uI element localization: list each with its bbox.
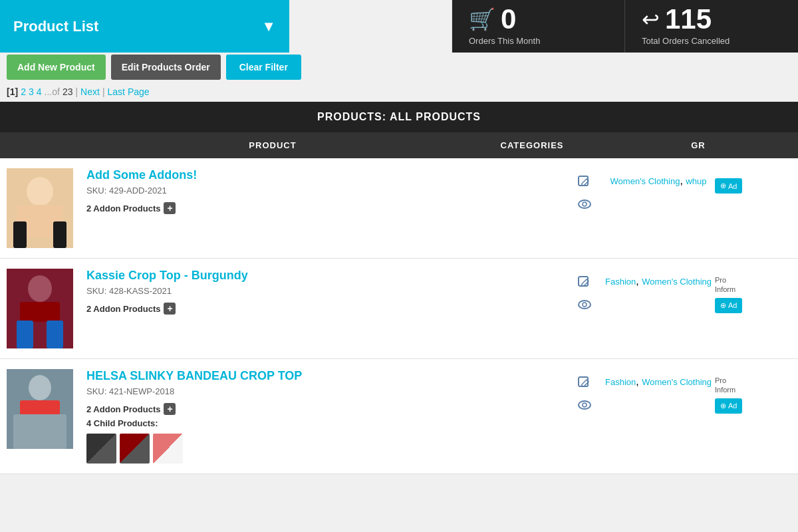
svg-point-1 (27, 177, 53, 206)
table-header: PRODUCT CATEGORIES GR (0, 132, 798, 158)
edit-icon[interactable] (577, 275, 592, 292)
cancel-icon: ↩ (642, 7, 660, 32)
product-list-header: Product List ▼ (0, 0, 289, 53)
svg-point-14 (579, 301, 591, 309)
product-list-title: Product List (13, 18, 98, 35)
addon-icon[interactable]: + (164, 202, 176, 214)
product-name[interactable]: Add Some Addons! (86, 168, 577, 182)
product-gr: ProInform ⊕ Ad (712, 369, 791, 414)
svg-rect-3 (13, 221, 27, 248)
product-image (7, 369, 73, 449)
col-categories-header: CATEGORIES (466, 140, 598, 150)
svg-point-21 (579, 401, 591, 409)
total-orders-cancelled-number: 115 (665, 5, 712, 33)
product-sku: SKU: 428-KASS-2021 (86, 286, 577, 296)
pagination-next[interactable]: Next (80, 86, 100, 97)
stats-area: 🛒 0 Orders This Month ↩ 115 Total Orders… (452, 0, 798, 53)
svg-point-22 (583, 403, 587, 407)
pagination-last[interactable]: Last Page (108, 86, 150, 97)
page-link-4[interactable]: 4 (37, 86, 42, 97)
svg-rect-4 (53, 221, 66, 248)
view-icon[interactable] (577, 398, 592, 414)
svg-rect-18 (20, 400, 60, 415)
pro-info-text: ProInform (715, 275, 735, 295)
cat-sep: , (680, 175, 686, 186)
view-icon[interactable] (577, 297, 592, 314)
total-orders-cancelled-card: ↩ 115 Total Orders Cancelled (625, 0, 798, 53)
category-link[interactable]: Fashion (605, 277, 636, 287)
table-row: Kassie Crop Top - Burgundy SKU: 428-KASS… (0, 259, 798, 359)
category-link[interactable]: Women's Clothing (610, 176, 680, 186)
edit-icon[interactable] (577, 376, 592, 392)
add-button[interactable]: ⊕ Ad (715, 178, 742, 194)
child-thumbnails (86, 434, 577, 464)
svg-rect-5 (579, 176, 588, 186)
product-info: HELSA SLINKY BANDEAU CROP TOP SKU: 421-N… (86, 369, 577, 464)
add-button[interactable]: ⊕ Ad (715, 398, 742, 414)
product-sku: SKU: 429-ADD-2021 (86, 186, 577, 196)
col-gr-header: GR (598, 140, 798, 150)
product-actions (577, 369, 592, 414)
product-actions (577, 168, 592, 213)
product-sku: SKU: 421-NEWP-2018 (86, 386, 577, 396)
cat-sep: , (636, 376, 642, 387)
product-image (7, 168, 73, 248)
category-link[interactable]: Women's Clothing (642, 377, 712, 387)
edit-products-order-button[interactable]: Edit Products Order (111, 55, 221, 80)
table-row: Add Some Addons! SKU: 429-ADD-2021 2 Add… (0, 158, 798, 259)
pagination-bar: | (102, 86, 105, 97)
clear-filter-button[interactable]: Clear Filter (226, 55, 301, 80)
svg-point-6 (579, 200, 591, 208)
product-categories: Women's Clothing, whup (605, 168, 712, 187)
addon-icon[interactable]: + (164, 403, 176, 415)
pro-info-text: ProInform (715, 376, 735, 395)
svg-point-9 (28, 275, 52, 302)
edit-icon[interactable] (577, 175, 592, 192)
product-name[interactable]: Kassie Crop Top - Burgundy (86, 269, 577, 283)
svg-rect-13 (579, 277, 588, 286)
product-info: Kassie Crop Top - Burgundy SKU: 428-KASS… (86, 269, 577, 315)
plus-icon: ⊕ (720, 182, 726, 190)
total-orders-cancelled-label: Total Orders Cancelled (642, 36, 781, 46)
pagination-ellipsis: ...of (45, 86, 60, 97)
svg-rect-10 (20, 302, 60, 322)
product-name[interactable]: HELSA SLINKY BANDEAU CROP TOP (86, 369, 577, 383)
page-link-3[interactable]: 3 (29, 86, 34, 97)
category-link[interactable]: Fashion (605, 377, 636, 387)
product-info: Add Some Addons! SKU: 429-ADD-2021 2 Add… (86, 168, 577, 214)
orders-this-month-label: Orders This Month (469, 36, 608, 46)
child-thumb (120, 434, 150, 464)
table-row: HELSA SLINKY BANDEAU CROP TOP SKU: 421-N… (0, 359, 798, 474)
svg-rect-11 (17, 321, 33, 348)
col-product-header: PRODUCT (0, 140, 466, 150)
orders-this-month-number: 0 (501, 5, 516, 33)
product-categories: Fashion, Women's Clothing (605, 269, 712, 287)
add-button[interactable]: ⊕ Ad (715, 298, 742, 313)
page-link-2[interactable]: 2 (21, 86, 26, 97)
addon-icon[interactable]: + (164, 303, 176, 315)
product-categories: Fashion, Women's Clothing (605, 369, 712, 388)
child-thumb (153, 434, 183, 464)
svg-rect-19 (13, 414, 66, 449)
view-icon[interactable] (577, 197, 592, 213)
orders-this-month-card: 🛒 0 Orders This Month (452, 0, 625, 53)
chevron-down-icon: ▼ (261, 18, 276, 35)
category-link[interactable]: Women's Clothing (642, 277, 712, 287)
action-bar: Add New Product Edit Products Order Clea… (7, 53, 791, 82)
plus-icon: ⊕ (720, 301, 726, 310)
svg-rect-12 (47, 321, 63, 348)
product-gr: ProInform ⊕ Ad (712, 269, 791, 313)
child-info: 4 Child Products: (86, 418, 577, 428)
pagination-sep: | (75, 86, 78, 97)
child-thumb (86, 434, 116, 464)
cat-sep: , (636, 275, 642, 287)
svg-point-7 (583, 202, 587, 206)
addon-info: 2 Addon Products + (86, 202, 577, 214)
svg-point-15 (583, 303, 587, 307)
product-actions (577, 269, 592, 314)
add-new-product-button[interactable]: Add New Product (7, 55, 106, 80)
pagination-current: [1] (7, 86, 18, 97)
category-link[interactable]: whup (686, 176, 706, 186)
addon-info: 2 Addon Products + (86, 303, 577, 315)
product-image (7, 269, 73, 348)
